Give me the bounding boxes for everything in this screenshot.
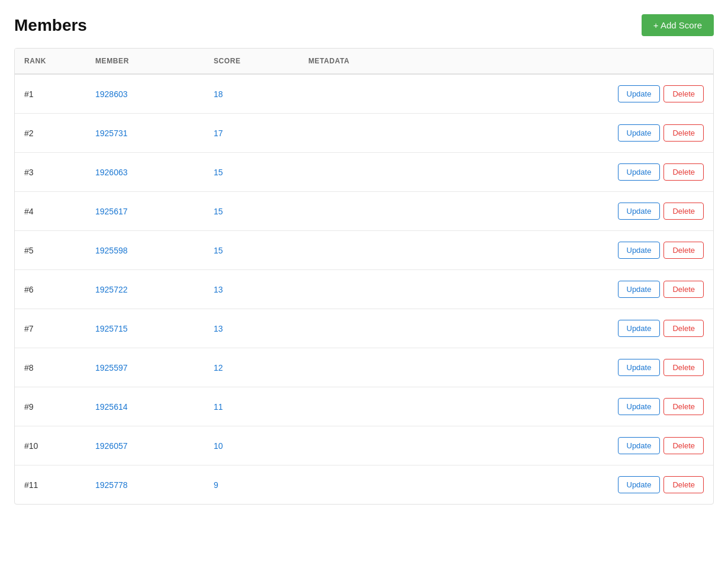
actions-cell: UpdateDelete (476, 114, 713, 153)
member-cell: 1925598 (86, 231, 204, 270)
rank-cell: #8 (15, 348, 86, 387)
score-cell: 13 (204, 270, 299, 309)
update-button[interactable]: Update (618, 242, 661, 259)
delete-button[interactable]: Delete (663, 124, 704, 142)
add-score-button[interactable]: + Add Score (642, 14, 714, 36)
table-row: #2192573117UpdateDelete (15, 114, 713, 153)
update-button[interactable]: Update (618, 398, 661, 415)
update-button[interactable]: Update (618, 124, 661, 142)
metadata-cell (299, 270, 476, 309)
col-header-metadata: METADATA (299, 49, 476, 74)
score-cell: 11 (204, 387, 299, 426)
update-button[interactable]: Update (618, 476, 661, 493)
metadata-cell (299, 387, 476, 426)
update-button[interactable]: Update (618, 85, 661, 102)
delete-button[interactable]: Delete (663, 242, 704, 259)
member-cell: 1928603 (86, 74, 204, 114)
header: Members + Add Score (14, 14, 714, 36)
delete-button[interactable]: Delete (663, 85, 704, 102)
actions-cell: UpdateDelete (476, 231, 713, 270)
table-row: #1192860318UpdateDelete (15, 74, 713, 114)
member-cell: 1925731 (86, 114, 204, 153)
page-title: Members (14, 16, 87, 35)
member-cell: 1925597 (86, 348, 204, 387)
actions-cell: UpdateDelete (476, 74, 713, 114)
table-row: #3192606315UpdateDelete (15, 153, 713, 192)
metadata-cell (299, 309, 476, 348)
actions-cell: UpdateDelete (476, 270, 713, 309)
score-cell: 13 (204, 309, 299, 348)
col-header-member: MEMBER (86, 49, 204, 74)
members-table: RANK MEMBER SCORE METADATA #1192860318Up… (15, 49, 713, 504)
score-cell: 15 (204, 153, 299, 192)
score-cell: 18 (204, 74, 299, 114)
metadata-cell (299, 114, 476, 153)
update-button[interactable]: Update (618, 203, 661, 220)
delete-button[interactable]: Delete (663, 476, 704, 493)
rank-cell: #5 (15, 231, 86, 270)
delete-button[interactable]: Delete (663, 437, 704, 454)
actions-cell: UpdateDelete (476, 348, 713, 387)
delete-button[interactable]: Delete (663, 163, 704, 181)
rank-cell: #2 (15, 114, 86, 153)
table-row: #9192561411UpdateDelete (15, 387, 713, 426)
member-cell: 1925722 (86, 270, 204, 309)
rank-cell: #9 (15, 387, 86, 426)
table-row: #5192559815UpdateDelete (15, 231, 713, 270)
members-table-container: RANK MEMBER SCORE METADATA #1192860318Up… (14, 48, 714, 505)
score-cell: 15 (204, 231, 299, 270)
table-row: #1119257789UpdateDelete (15, 465, 713, 505)
col-header-score: SCORE (204, 49, 299, 74)
table-row: #4192561715UpdateDelete (15, 192, 713, 231)
metadata-cell (299, 192, 476, 231)
score-cell: 12 (204, 348, 299, 387)
member-cell: 1925778 (86, 465, 204, 505)
page-container: Members + Add Score RANK MEMBER SCORE ME… (0, 0, 728, 562)
actions-cell: UpdateDelete (476, 465, 713, 505)
col-header-actions (476, 49, 713, 74)
member-cell: 1926057 (86, 426, 204, 465)
delete-button[interactable]: Delete (663, 203, 704, 220)
metadata-cell (299, 74, 476, 114)
table-body: #1192860318UpdateDelete#2192573117Update… (15, 74, 713, 504)
rank-cell: #6 (15, 270, 86, 309)
update-button[interactable]: Update (618, 281, 661, 298)
metadata-cell (299, 231, 476, 270)
member-cell: 1925614 (86, 387, 204, 426)
update-button[interactable]: Update (618, 320, 661, 337)
rank-cell: #7 (15, 309, 86, 348)
update-button[interactable]: Update (618, 359, 661, 376)
table-header-row: RANK MEMBER SCORE METADATA (15, 49, 713, 74)
update-button[interactable]: Update (618, 163, 661, 181)
rank-cell: #11 (15, 465, 86, 505)
rank-cell: #3 (15, 153, 86, 192)
table-header: RANK MEMBER SCORE METADATA (15, 49, 713, 74)
metadata-cell (299, 348, 476, 387)
metadata-cell (299, 153, 476, 192)
col-header-rank: RANK (15, 49, 86, 74)
member-cell: 1926063 (86, 153, 204, 192)
actions-cell: UpdateDelete (476, 426, 713, 465)
table-row: #8192559712UpdateDelete (15, 348, 713, 387)
delete-button[interactable]: Delete (663, 281, 704, 298)
table-row: #6192572213UpdateDelete (15, 270, 713, 309)
score-cell: 10 (204, 426, 299, 465)
metadata-cell (299, 465, 476, 505)
actions-cell: UpdateDelete (476, 192, 713, 231)
actions-cell: UpdateDelete (476, 309, 713, 348)
rank-cell: #1 (15, 74, 86, 114)
actions-cell: UpdateDelete (476, 153, 713, 192)
member-cell: 1925617 (86, 192, 204, 231)
delete-button[interactable]: Delete (663, 320, 704, 337)
member-cell: 1925715 (86, 309, 204, 348)
table-row: #7192571513UpdateDelete (15, 309, 713, 348)
score-cell: 9 (204, 465, 299, 505)
metadata-cell (299, 426, 476, 465)
delete-button[interactable]: Delete (663, 398, 704, 415)
rank-cell: #10 (15, 426, 86, 465)
rank-cell: #4 (15, 192, 86, 231)
delete-button[interactable]: Delete (663, 359, 704, 376)
score-cell: 15 (204, 192, 299, 231)
score-cell: 17 (204, 114, 299, 153)
update-button[interactable]: Update (618, 437, 661, 454)
